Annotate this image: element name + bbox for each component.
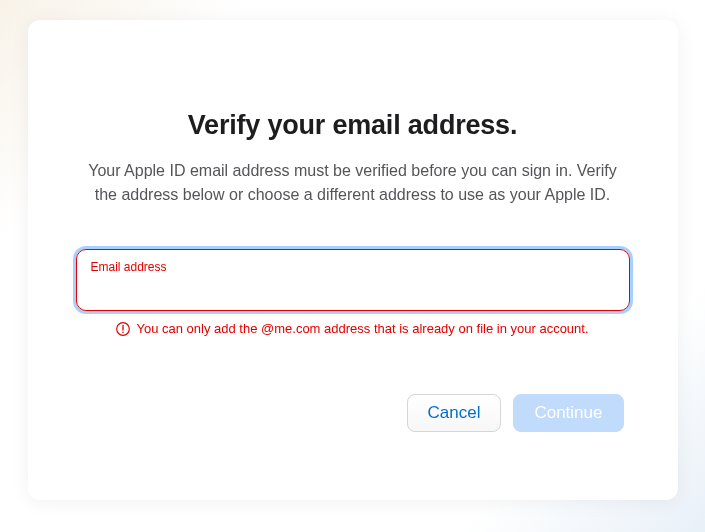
email-field[interactable] [91, 276, 615, 296]
error-message-text: You can only add the @me.com address tha… [136, 321, 588, 336]
email-input-label: Email address [91, 260, 615, 274]
email-input-wrapper[interactable]: Email address [76, 249, 630, 311]
error-message-row: You can only add the @me.com address tha… [76, 321, 630, 336]
modal-button-row: Cancel Continue [76, 394, 630, 432]
verify-email-modal: Verify your email address. Your Apple ID… [28, 20, 678, 500]
cancel-button[interactable]: Cancel [407, 394, 502, 432]
error-icon [116, 322, 130, 336]
modal-title: Verify your email address. [76, 110, 630, 141]
modal-description: Your Apple ID email address must be veri… [76, 159, 630, 207]
continue-button[interactable]: Continue [513, 394, 623, 432]
svg-point-2 [123, 331, 125, 333]
